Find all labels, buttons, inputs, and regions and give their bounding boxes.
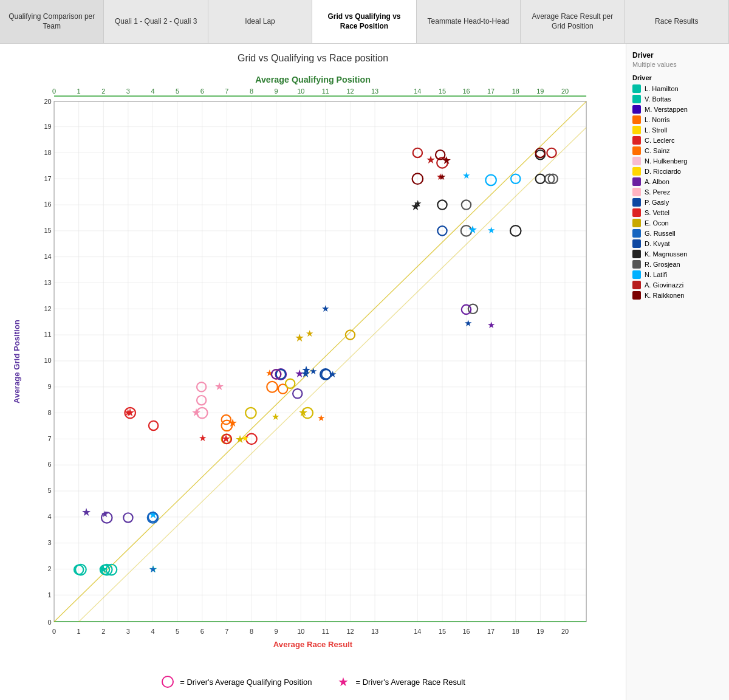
tab-qualifying-comparison[interactable]: Qualifying Comparison per Team	[0, 0, 104, 43]
kvyat-race2: ★	[309, 366, 317, 376]
driver-item: S. Perez	[632, 188, 723, 196]
x-axis-label: Average Race Result	[273, 640, 353, 649]
tab-race-results[interactable]: Race Results	[625, 0, 729, 43]
tab-quali-123[interactable]: Quali 1 - Quali 2 - Quali 3	[104, 0, 208, 43]
top-axis-ticks: 0 1 2 3 4 5 6 7 8 9 10 11 12 13 14 15 16	[52, 88, 569, 95]
driver-color	[632, 208, 641, 217]
svg-text:14: 14	[44, 253, 51, 260]
driver-color	[632, 136, 641, 145]
driver-color	[632, 157, 641, 165]
driver-name: V. Bottas	[645, 95, 671, 103]
driver-color	[632, 270, 641, 279]
raik-race3: ★	[438, 171, 446, 182]
tab-bar: Qualifying Comparison per Team Quali 1 -…	[0, 0, 729, 44]
driver-color	[632, 281, 641, 289]
svg-text:8: 8	[250, 88, 253, 95]
legend-qualifying: = Driver's Average Qualifying Position	[160, 674, 312, 689]
tab-avg-race-result[interactable]: Average Race Result per Grid Position	[521, 0, 625, 43]
driver-color	[632, 260, 641, 269]
driver-name: C. Sainz	[645, 147, 670, 154]
svg-text:16: 16	[462, 88, 470, 95]
svg-text:9: 9	[48, 383, 52, 390]
svg-text:8: 8	[250, 628, 253, 635]
svg-text:3: 3	[126, 88, 130, 95]
ocon-race3: ★	[306, 328, 313, 338]
svg-text:7: 7	[225, 628, 228, 635]
driver-color	[632, 219, 641, 227]
driver-list: L. HamiltonV. BottasM. VerstappenL. Norr…	[632, 84, 723, 300]
latifi-star: ★	[468, 224, 477, 236]
tab-grid-vs-qualifying[interactable]: Grid vs Qualifying vs Race Position	[312, 0, 416, 43]
svg-text:13: 13	[371, 88, 378, 95]
svg-text:9: 9	[275, 628, 278, 635]
svg-text:18: 18	[512, 628, 519, 635]
leclerc-race2: ★	[124, 407, 132, 417]
svg-text:11: 11	[44, 331, 51, 338]
driver-item: A. Giovinazzi	[632, 281, 723, 289]
svg-text:10: 10	[297, 88, 304, 95]
svg-text:5: 5	[176, 628, 179, 635]
mag-race3: ★	[414, 198, 422, 208]
chart-svg-container: Average Qualifying Position 0 1 2 3 4 5 …	[6, 67, 620, 670]
ocon-star: ★	[295, 332, 304, 344]
driver-item: A. Albon	[632, 177, 723, 186]
driver-name: A. Giovinazzi	[645, 281, 683, 289]
panel-title: Driver	[632, 51, 723, 60]
driver-name: D. Kvyat	[645, 240, 670, 247]
chart-legend-bottom: = Driver's Average Qualifying Position ★…	[6, 674, 620, 689]
verstappen-race: ★	[101, 509, 109, 519]
svg-text:4: 4	[151, 628, 154, 635]
driver-color	[632, 115, 641, 124]
svg-text:18: 18	[512, 88, 519, 95]
svg-text:5: 5	[176, 88, 179, 95]
driver-color	[632, 167, 641, 176]
driver-color	[632, 126, 641, 134]
svg-text:★: ★	[338, 675, 349, 688]
tab-teammate[interactable]: Teammate Head-to-Head	[417, 0, 521, 43]
driver-item: D. Ricciardo	[632, 167, 723, 176]
driver-item: N. Latifi	[632, 270, 723, 279]
driver-color	[632, 198, 641, 207]
svg-text:19: 19	[536, 88, 544, 95]
svg-text:14: 14	[414, 88, 421, 95]
svg-text:18: 18	[44, 149, 51, 156]
right-panel: Driver Multiple values Driver L. Hamilto…	[626, 44, 729, 700]
driver-item: R. Grosjean	[632, 260, 723, 269]
tab-ideal-lap[interactable]: Ideal Lap	[208, 0, 312, 43]
legend-race: ★ = Driver's Average Race Result	[336, 674, 465, 689]
driver-item: E. Ocon	[632, 219, 723, 227]
svg-text:15: 15	[439, 88, 446, 95]
legend-circle-icon	[160, 674, 175, 689]
svg-text:12: 12	[44, 305, 51, 312]
svg-text:17: 17	[487, 628, 495, 635]
svg-text:10: 10	[297, 628, 304, 635]
legend-star-icon: ★	[336, 674, 351, 689]
top-axis-label: Average Qualifying Position	[255, 75, 371, 84]
gasly-race2: ★	[329, 369, 337, 379]
driver-color	[632, 229, 641, 238]
y-axis-label: Average Grid Position	[12, 320, 21, 403]
driver-label: Driver	[632, 74, 723, 81]
driver-name: K. Raikkonen	[645, 292, 684, 299]
driver-name: G. Russell	[645, 230, 676, 237]
verstappen-star: ★	[81, 506, 91, 518]
ricc-race3: ★	[272, 411, 279, 422]
driver-item: C. Leclerc	[632, 136, 723, 145]
svg-text:16: 16	[44, 201, 51, 208]
driver-color	[632, 177, 641, 186]
driver-name: S. Perez	[645, 188, 670, 196]
svg-text:20: 20	[561, 628, 569, 635]
svg-text:3: 3	[126, 628, 130, 635]
driver-color	[632, 188, 641, 196]
legend-qualifying-label: = Driver's Average Qualifying Position	[180, 678, 312, 687]
svg-text:2: 2	[48, 565, 52, 572]
svg-text:10: 10	[44, 357, 51, 364]
svg-text:6: 6	[48, 461, 52, 468]
svg-text:16: 16	[462, 628, 470, 635]
svg-text:9: 9	[275, 88, 278, 95]
driver-color	[632, 84, 641, 93]
vettel-race2: ★	[199, 433, 207, 443]
chart-svg: Average Qualifying Position 0 1 2 3 4 5 …	[6, 67, 620, 670]
driver-item: V. Bottas	[632, 95, 723, 103]
driver-name: L. Hamilton	[645, 85, 679, 92]
